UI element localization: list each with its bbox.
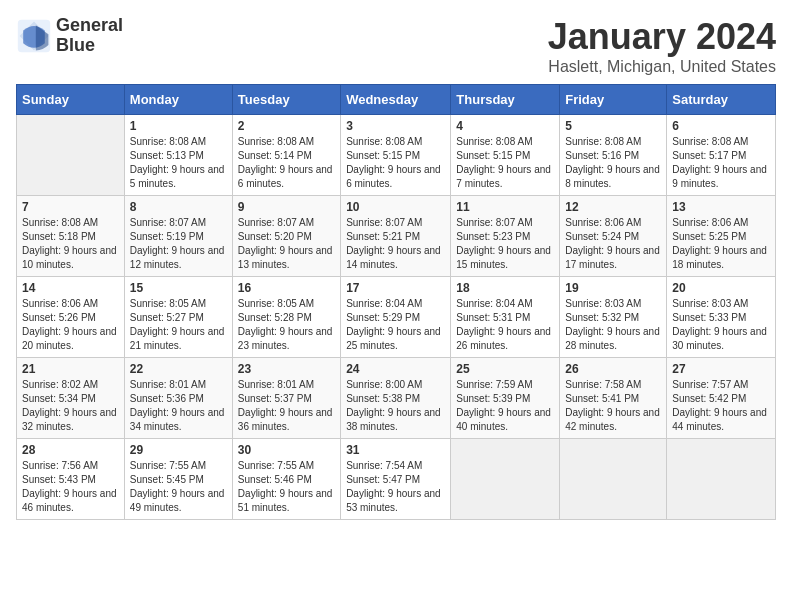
day-info: Sunrise: 8:07 AM Sunset: 5:20 PM Dayligh… — [238, 216, 335, 272]
day-cell: 6Sunrise: 8:08 AM Sunset: 5:17 PM Daylig… — [667, 115, 776, 196]
day-cell: 18Sunrise: 8:04 AM Sunset: 5:31 PM Dayli… — [451, 277, 560, 358]
day-info: Sunrise: 8:04 AM Sunset: 5:31 PM Dayligh… — [456, 297, 554, 353]
day-number: 3 — [346, 119, 445, 133]
day-info: Sunrise: 8:04 AM Sunset: 5:29 PM Dayligh… — [346, 297, 445, 353]
day-cell: 17Sunrise: 8:04 AM Sunset: 5:29 PM Dayli… — [341, 277, 451, 358]
day-cell: 25Sunrise: 7:59 AM Sunset: 5:39 PM Dayli… — [451, 358, 560, 439]
day-info: Sunrise: 8:08 AM Sunset: 5:17 PM Dayligh… — [672, 135, 770, 191]
day-number: 29 — [130, 443, 227, 457]
day-cell — [667, 439, 776, 520]
day-info: Sunrise: 8:06 AM Sunset: 5:26 PM Dayligh… — [22, 297, 119, 353]
page-header: General Blue January 2024 Haslett, Michi… — [16, 16, 776, 76]
day-info: Sunrise: 8:03 AM Sunset: 5:32 PM Dayligh… — [565, 297, 661, 353]
day-cell: 5Sunrise: 8:08 AM Sunset: 5:16 PM Daylig… — [560, 115, 667, 196]
day-number: 26 — [565, 362, 661, 376]
day-info: Sunrise: 8:07 AM Sunset: 5:19 PM Dayligh… — [130, 216, 227, 272]
day-cell: 13Sunrise: 8:06 AM Sunset: 5:25 PM Dayli… — [667, 196, 776, 277]
day-number: 20 — [672, 281, 770, 295]
day-info: Sunrise: 8:06 AM Sunset: 5:25 PM Dayligh… — [672, 216, 770, 272]
day-number: 7 — [22, 200, 119, 214]
day-number: 28 — [22, 443, 119, 457]
header-row: SundayMondayTuesdayWednesdayThursdayFrid… — [17, 85, 776, 115]
day-cell: 26Sunrise: 7:58 AM Sunset: 5:41 PM Dayli… — [560, 358, 667, 439]
day-info: Sunrise: 8:07 AM Sunset: 5:21 PM Dayligh… — [346, 216, 445, 272]
day-number: 9 — [238, 200, 335, 214]
header-friday: Friday — [560, 85, 667, 115]
day-info: Sunrise: 8:05 AM Sunset: 5:27 PM Dayligh… — [130, 297, 227, 353]
day-info: Sunrise: 7:58 AM Sunset: 5:41 PM Dayligh… — [565, 378, 661, 434]
logo-line2: Blue — [56, 36, 123, 56]
logo-line1: General — [56, 16, 123, 36]
day-number: 19 — [565, 281, 661, 295]
header-monday: Monday — [124, 85, 232, 115]
day-cell: 19Sunrise: 8:03 AM Sunset: 5:32 PM Dayli… — [560, 277, 667, 358]
day-info: Sunrise: 7:55 AM Sunset: 5:45 PM Dayligh… — [130, 459, 227, 515]
day-cell: 9Sunrise: 8:07 AM Sunset: 5:20 PM Daylig… — [232, 196, 340, 277]
calendar-subtitle: Haslett, Michigan, United States — [548, 58, 776, 76]
day-cell: 1Sunrise: 8:08 AM Sunset: 5:13 PM Daylig… — [124, 115, 232, 196]
day-number: 12 — [565, 200, 661, 214]
day-cell: 8Sunrise: 8:07 AM Sunset: 5:19 PM Daylig… — [124, 196, 232, 277]
header-saturday: Saturday — [667, 85, 776, 115]
day-cell: 11Sunrise: 8:07 AM Sunset: 5:23 PM Dayli… — [451, 196, 560, 277]
day-cell — [451, 439, 560, 520]
day-number: 15 — [130, 281, 227, 295]
day-info: Sunrise: 7:54 AM Sunset: 5:47 PM Dayligh… — [346, 459, 445, 515]
day-number: 17 — [346, 281, 445, 295]
day-cell: 22Sunrise: 8:01 AM Sunset: 5:36 PM Dayli… — [124, 358, 232, 439]
day-cell: 20Sunrise: 8:03 AM Sunset: 5:33 PM Dayli… — [667, 277, 776, 358]
week-row-5: 28Sunrise: 7:56 AM Sunset: 5:43 PM Dayli… — [17, 439, 776, 520]
title-block: January 2024 Haslett, Michigan, United S… — [548, 16, 776, 76]
day-cell: 23Sunrise: 8:01 AM Sunset: 5:37 PM Dayli… — [232, 358, 340, 439]
week-row-4: 21Sunrise: 8:02 AM Sunset: 5:34 PM Dayli… — [17, 358, 776, 439]
day-cell: 4Sunrise: 8:08 AM Sunset: 5:15 PM Daylig… — [451, 115, 560, 196]
day-number: 21 — [22, 362, 119, 376]
header-wednesday: Wednesday — [341, 85, 451, 115]
week-row-3: 14Sunrise: 8:06 AM Sunset: 5:26 PM Dayli… — [17, 277, 776, 358]
day-number: 5 — [565, 119, 661, 133]
header-thursday: Thursday — [451, 85, 560, 115]
day-number: 25 — [456, 362, 554, 376]
day-number: 16 — [238, 281, 335, 295]
day-info: Sunrise: 8:08 AM Sunset: 5:16 PM Dayligh… — [565, 135, 661, 191]
day-cell: 29Sunrise: 7:55 AM Sunset: 5:45 PM Dayli… — [124, 439, 232, 520]
day-cell: 31Sunrise: 7:54 AM Sunset: 5:47 PM Dayli… — [341, 439, 451, 520]
day-cell: 2Sunrise: 8:08 AM Sunset: 5:14 PM Daylig… — [232, 115, 340, 196]
day-number: 1 — [130, 119, 227, 133]
day-number: 14 — [22, 281, 119, 295]
day-cell: 3Sunrise: 8:08 AM Sunset: 5:15 PM Daylig… — [341, 115, 451, 196]
week-row-1: 1Sunrise: 8:08 AM Sunset: 5:13 PM Daylig… — [17, 115, 776, 196]
day-cell: 15Sunrise: 8:05 AM Sunset: 5:27 PM Dayli… — [124, 277, 232, 358]
day-info: Sunrise: 7:59 AM Sunset: 5:39 PM Dayligh… — [456, 378, 554, 434]
logo-icon — [16, 18, 52, 54]
day-number: 8 — [130, 200, 227, 214]
header-tuesday: Tuesday — [232, 85, 340, 115]
day-number: 27 — [672, 362, 770, 376]
calendar-table: SundayMondayTuesdayWednesdayThursdayFrid… — [16, 84, 776, 520]
day-number: 22 — [130, 362, 227, 376]
week-row-2: 7Sunrise: 8:08 AM Sunset: 5:18 PM Daylig… — [17, 196, 776, 277]
day-number: 24 — [346, 362, 445, 376]
day-info: Sunrise: 8:08 AM Sunset: 5:15 PM Dayligh… — [346, 135, 445, 191]
day-cell: 28Sunrise: 7:56 AM Sunset: 5:43 PM Dayli… — [17, 439, 125, 520]
day-cell — [560, 439, 667, 520]
day-number: 11 — [456, 200, 554, 214]
day-info: Sunrise: 7:56 AM Sunset: 5:43 PM Dayligh… — [22, 459, 119, 515]
day-info: Sunrise: 8:08 AM Sunset: 5:18 PM Dayligh… — [22, 216, 119, 272]
day-info: Sunrise: 8:08 AM Sunset: 5:15 PM Dayligh… — [456, 135, 554, 191]
day-info: Sunrise: 8:05 AM Sunset: 5:28 PM Dayligh… — [238, 297, 335, 353]
day-number: 23 — [238, 362, 335, 376]
day-cell: 24Sunrise: 8:00 AM Sunset: 5:38 PM Dayli… — [341, 358, 451, 439]
day-cell: 16Sunrise: 8:05 AM Sunset: 5:28 PM Dayli… — [232, 277, 340, 358]
day-info: Sunrise: 7:55 AM Sunset: 5:46 PM Dayligh… — [238, 459, 335, 515]
day-number: 30 — [238, 443, 335, 457]
day-info: Sunrise: 8:00 AM Sunset: 5:38 PM Dayligh… — [346, 378, 445, 434]
day-cell: 14Sunrise: 8:06 AM Sunset: 5:26 PM Dayli… — [17, 277, 125, 358]
day-cell — [17, 115, 125, 196]
day-cell: 10Sunrise: 8:07 AM Sunset: 5:21 PM Dayli… — [341, 196, 451, 277]
day-info: Sunrise: 8:08 AM Sunset: 5:13 PM Dayligh… — [130, 135, 227, 191]
day-number: 2 — [238, 119, 335, 133]
day-cell: 7Sunrise: 8:08 AM Sunset: 5:18 PM Daylig… — [17, 196, 125, 277]
calendar-title: January 2024 — [548, 16, 776, 58]
day-info: Sunrise: 8:02 AM Sunset: 5:34 PM Dayligh… — [22, 378, 119, 434]
